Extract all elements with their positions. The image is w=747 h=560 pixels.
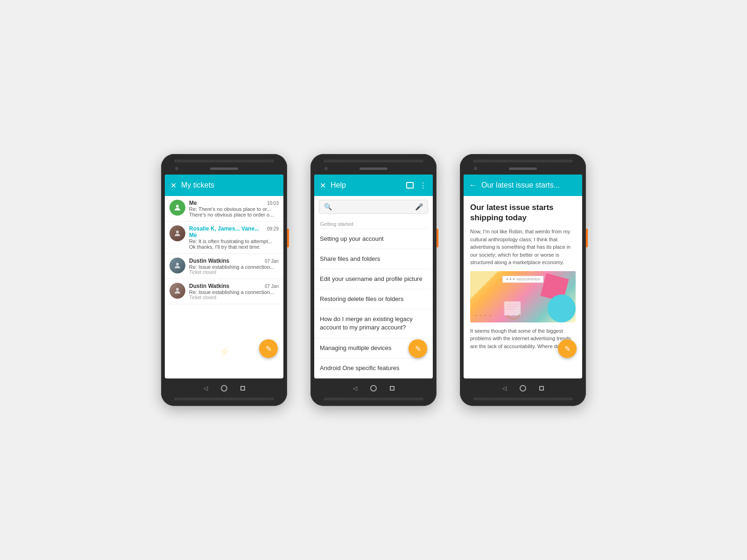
back-arrow-icon[interactable]: ← xyxy=(469,181,477,189)
close-icon-2[interactable]: ✕ xyxy=(320,181,326,190)
header-icons: ⋮ xyxy=(406,181,427,190)
phone-grip-bottom-2 xyxy=(324,398,423,400)
ticket-time-4: 07 Jan xyxy=(265,284,279,289)
back-button-1[interactable]: ◁ xyxy=(204,385,208,392)
recents-button-1[interactable] xyxy=(240,386,245,391)
help-item-4[interactable]: Restoring delete files or folders xyxy=(314,289,433,309)
help-item-5[interactable]: How do I merge an existing legacy accoun… xyxy=(314,309,433,338)
chat-bubble-icon[interactable] xyxy=(406,182,414,189)
phone-grip-top-3 xyxy=(473,160,573,162)
help-item-3[interactable]: Edit your username and profile picture xyxy=(314,269,433,289)
pencil-icon-2: ✎ xyxy=(415,344,421,353)
image-triangle-1 xyxy=(470,271,498,299)
svg-point-2 xyxy=(176,263,179,266)
ticket-item-3[interactable]: Dustin Watkins 07 Jan Re: Issue establis… xyxy=(165,254,283,279)
svg-point-0 xyxy=(176,205,179,208)
pencil-icon-3: ✎ xyxy=(564,344,571,353)
side-button-1 xyxy=(287,229,289,247)
svg-point-1 xyxy=(176,231,179,233)
phone-2: ✕ Help ⋮ 🔍 🎤 Getting started xyxy=(310,154,437,406)
compose-fab-2[interactable]: ✎ xyxy=(409,339,427,358)
getting-started-label: Getting started xyxy=(314,217,433,229)
ticket-item-4[interactable]: Dustin Watkins 07 Jan Re: Issue establis… xyxy=(165,279,283,304)
ticket-content-1: Me 10:03 Re: There's no obvious place to… xyxy=(189,200,279,217)
help-header: ✕ Help ⋮ xyxy=(314,175,433,196)
article-body-1: Now, I'm not like Robin, that weirdo fro… xyxy=(470,228,576,266)
phone-screen-3: ← Our latest issue starts... Our latest … xyxy=(464,175,582,378)
phone-grip-bottom xyxy=(174,398,274,400)
phone-screen-2: ✕ Help ⋮ 🔍 🎤 Getting started xyxy=(314,175,433,378)
ticket-name-1: Me xyxy=(189,200,197,206)
bottom-nav-3: ◁ xyxy=(464,380,582,397)
svg-rect-5 xyxy=(506,304,519,305)
avatar-me xyxy=(169,200,185,216)
ticket-item-1[interactable]: Me 10:03 Re: There's no obvious place to… xyxy=(165,196,283,222)
compose-fab-3[interactable]: ✎ xyxy=(558,339,577,358)
ticket-subject-1: Re: There's no obvious place to or... xyxy=(189,206,279,212)
recents-button-3[interactable] xyxy=(539,386,544,391)
phone-camera-3 xyxy=(474,167,477,170)
recents-button-2[interactable] xyxy=(390,386,395,391)
help-item-7[interactable]: Android One specific features xyxy=(314,358,433,378)
phone-camera-1 xyxy=(175,167,178,170)
zendesk-logo: ⚡ xyxy=(218,346,231,357)
pencil-icon-1: ✎ xyxy=(266,344,272,353)
ticket-content-4: Dustin Watkins 07 Jan Re: Issue establis… xyxy=(189,283,279,300)
phone-screen-1: ✕ My tickets Me 10:03 xyxy=(165,175,283,378)
ticket-name-4: Dustin Watkins xyxy=(189,283,229,289)
search-icon: 🔍 xyxy=(324,203,332,210)
bottom-nav-2: ◁ xyxy=(314,380,433,397)
avatar-dustin-1 xyxy=(169,258,185,273)
back-button-2[interactable]: ◁ xyxy=(353,385,357,392)
image-dots: · · · · xyxy=(475,310,491,320)
my-tickets-title: My tickets xyxy=(181,181,278,189)
phone-speaker-3 xyxy=(509,168,537,170)
phone-3: ← Our latest issue starts... Our latest … xyxy=(460,154,586,406)
svg-rect-7 xyxy=(506,308,515,309)
avatar-dustin-2 xyxy=(169,283,185,299)
ticket-time-3: 07 Jan xyxy=(265,259,279,264)
svg-rect-6 xyxy=(506,306,519,307)
phone-speaker-2 xyxy=(359,168,388,170)
microphone-icon[interactable]: 🎤 xyxy=(415,203,423,210)
ticket-name-2: Rosalie K, James... Vane... Me xyxy=(189,225,267,238)
phone-grip-top-2 xyxy=(324,160,423,162)
side-button-2 xyxy=(437,229,438,247)
ticket-status-3: Ticket closed xyxy=(189,270,279,275)
ticket-preview-2: Ok thanks, I'll try that next time. xyxy=(189,244,279,250)
ticket-item-2[interactable]: Rosalie K, James... Vane... Me 09:29 Re:… xyxy=(165,222,283,254)
article-header-title: Our latest issue starts... xyxy=(481,181,577,189)
article-header: ← Our latest issue starts... xyxy=(464,175,582,196)
ticket-content-3: Dustin Watkins 07 Jan Re: Issue establis… xyxy=(189,258,279,275)
phone-showcase: ✕ My tickets Me 10:03 xyxy=(161,154,586,406)
phone-camera-2 xyxy=(324,167,328,170)
phone-speaker-1 xyxy=(210,168,238,170)
help-item-2[interactable]: Share files and folders xyxy=(314,249,433,269)
image-shape-2 xyxy=(548,294,576,322)
phone-top-bar-1 xyxy=(165,163,283,174)
help-title: Help xyxy=(331,181,402,189)
phone-top-bar-3 xyxy=(464,163,582,174)
hand-icon xyxy=(502,292,525,320)
ticket-content-2: Rosalie K, James... Vane... Me 09:29 Re:… xyxy=(189,225,279,250)
my-tickets-header: ✕ My tickets xyxy=(165,175,283,196)
more-options-icon[interactable]: ⋮ xyxy=(419,181,427,190)
home-button-1[interactable] xyxy=(221,385,227,392)
home-button-3[interactable] xyxy=(520,385,526,392)
home-button-2[interactable] xyxy=(370,385,377,392)
phone-grip-top xyxy=(174,160,274,162)
ticket-time-1: 10:03 xyxy=(267,201,279,206)
avatar-rosalie xyxy=(169,225,185,241)
compose-fab-1[interactable]: ✎ xyxy=(259,339,278,358)
ticket-subject-3: Re: Issue establishing a connection... xyxy=(189,264,279,270)
newspaper-label: ✦✦✦ NEWSPAPER xyxy=(502,276,543,283)
bottom-nav-1: ◁ xyxy=(165,380,283,397)
phone-top-bar-2 xyxy=(314,163,433,174)
back-button-3[interactable]: ◁ xyxy=(502,385,507,392)
phone-grip-bottom-3 xyxy=(473,398,573,400)
phone-1: ✕ My tickets Me 10:03 xyxy=(161,154,287,406)
ticket-preview-1: There's no obvious place to order o... xyxy=(189,212,279,217)
help-item-1[interactable]: Setting up your account xyxy=(314,229,433,249)
close-icon[interactable]: ✕ xyxy=(170,181,176,190)
search-input-wrap[interactable]: 🔍 🎤 xyxy=(319,200,428,214)
